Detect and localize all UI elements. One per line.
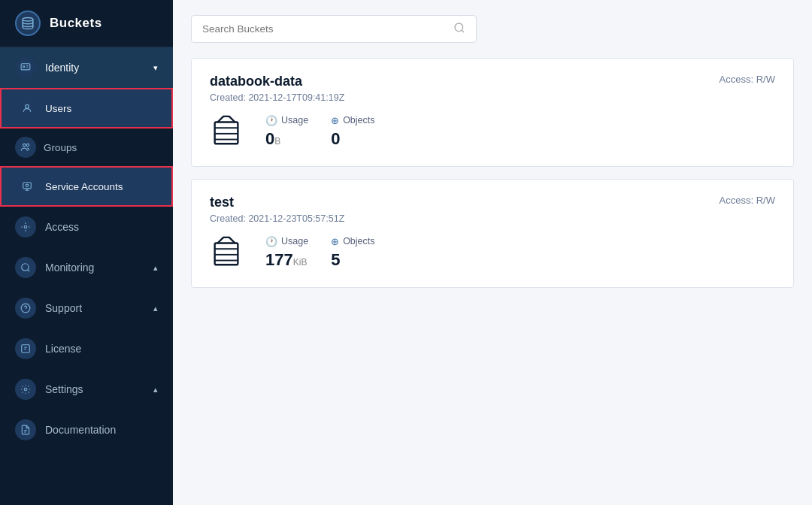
objects-value-1: 5 <box>331 250 374 270</box>
bucket-card-1: test Created: 2021-12-23T05:57:51Z Acces… <box>191 179 794 288</box>
sidebar: Buckets Identity ▾ Users <box>0 0 173 505</box>
sidebar-item-users[interactable]: Users <box>0 88 173 129</box>
bucket-usage-1: 🕐 Usage 177KiB <box>265 236 308 270</box>
svg-rect-17 <box>215 243 238 265</box>
sidebar-item-documentation[interactable]: Documentation <box>0 410 173 450</box>
svg-rect-6 <box>23 183 32 189</box>
user-icon <box>17 98 38 119</box>
svg-point-8 <box>24 225 27 228</box>
sidebar-item-settings-label: Settings <box>45 383 83 395</box>
monitoring-chevron-icon: ▴ <box>153 263 158 273</box>
sidebar-logo-label: Buckets <box>50 16 102 31</box>
license-icon <box>15 338 36 359</box>
sidebar-item-service-accounts-label: Service Accounts <box>45 181 123 192</box>
objects-icon-0: ⊕ <box>331 115 339 126</box>
bucket-created-1: Created: 2021-12-23T05:57:51Z <box>210 213 344 224</box>
bucket-objects-1: ⊕ Objects 5 <box>331 236 374 270</box>
svg-point-7 <box>26 184 29 187</box>
groups-icon <box>15 137 36 158</box>
support-icon <box>15 298 36 319</box>
objects-label-1: ⊕ Objects <box>331 236 374 247</box>
sidebar-item-identity[interactable]: Identity ▾ <box>0 47 173 88</box>
bucket-created-0: Created: 2021-12-17T09:41:19Z <box>210 92 344 103</box>
objects-value-0: 0 <box>331 129 374 149</box>
bucket-name-1: test <box>210 195 344 210</box>
sidebar-logo[interactable]: Buckets <box>0 0 173 47</box>
bucket-stats-0: 🕐 Usage 0B ⊕ Objects 0 <box>210 113 775 150</box>
sidebar-item-service-accounts[interactable]: Service Accounts <box>0 166 173 207</box>
sidebar-item-users-label: Users <box>45 103 71 114</box>
bucket-name-0: databook-data <box>210 74 344 89</box>
sidebar-item-license[interactable]: License <box>0 328 173 369</box>
svg-point-15 <box>455 23 463 32</box>
settings-icon <box>15 379 36 400</box>
main-content: databook-data Created: 2021-12-17T09:41:… <box>173 0 812 505</box>
svg-point-12 <box>24 388 27 391</box>
usage-icon-0: 🕐 <box>265 115 277 126</box>
sidebar-item-groups[interactable]: Groups <box>0 129 173 166</box>
usage-label-1: 🕐 Usage <box>265 236 308 247</box>
monitoring-icon <box>15 257 36 278</box>
sidebar-item-identity-label: Identity <box>45 62 79 74</box>
bucket-stats-1: 🕐 Usage 177KiB ⊕ Objects 5 <box>210 234 775 271</box>
svg-point-0 <box>23 18 33 22</box>
access-icon <box>15 216 36 237</box>
bucket-card-1-header: test Created: 2021-12-23T05:57:51Z Acces… <box>210 195 775 224</box>
sidebar-item-access-label: Access <box>45 221 79 233</box>
svg-point-5 <box>26 144 29 147</box>
svg-point-9 <box>22 264 29 271</box>
sidebar-item-access[interactable]: Access <box>0 207 173 247</box>
documentation-icon <box>15 419 36 440</box>
sidebar-item-license-label: License <box>45 343 81 355</box>
bucket-card-0: databook-data Created: 2021-12-17T09:41:… <box>191 58 794 167</box>
bucket-usage-0: 🕐 Usage 0B <box>265 115 308 149</box>
svg-point-2 <box>23 66 25 68</box>
sidebar-item-support[interactable]: Support ▴ <box>0 288 173 328</box>
bucket-objects-0: ⊕ Objects 0 <box>331 115 374 149</box>
bucket-card-1-info: test Created: 2021-12-23T05:57:51Z <box>210 195 344 224</box>
bucket-icon-0 <box>210 113 243 150</box>
objects-icon-1: ⊕ <box>331 236 339 247</box>
usage-value-1: 177KiB <box>265 250 308 270</box>
logo-icon <box>15 11 41 36</box>
sidebar-item-monitoring-label: Monitoring <box>45 262 94 274</box>
service-accounts-icon <box>17 176 38 197</box>
bucket-card-0-header: databook-data Created: 2021-12-17T09:41:… <box>210 74 775 103</box>
search-input[interactable] <box>202 23 453 35</box>
search-bar[interactable] <box>191 15 477 43</box>
usage-icon-1: 🕐 <box>265 236 277 247</box>
usage-label-0: 🕐 Usage <box>265 115 308 126</box>
sidebar-item-monitoring[interactable]: Monitoring ▴ <box>0 247 173 288</box>
search-icon <box>453 22 465 36</box>
objects-label-0: ⊕ Objects <box>331 115 374 126</box>
bucket-access-0: Access: R/W <box>720 74 775 85</box>
svg-point-3 <box>26 104 29 108</box>
svg-rect-1 <box>21 64 30 70</box>
usage-value-0: 0B <box>265 129 308 149</box>
bucket-icon-1 <box>210 234 243 271</box>
sidebar-item-groups-label: Groups <box>44 142 77 153</box>
identity-icon <box>15 57 36 78</box>
sidebar-item-documentation-label: Documentation <box>45 424 116 436</box>
svg-point-4 <box>23 144 26 147</box>
bucket-access-1: Access: R/W <box>720 195 775 206</box>
sidebar-item-support-label: Support <box>45 302 82 314</box>
sidebar-item-settings[interactable]: Settings ▴ <box>0 369 173 410</box>
settings-chevron-icon: ▴ <box>153 385 158 395</box>
support-chevron-icon: ▴ <box>153 304 158 313</box>
identity-chevron-icon: ▾ <box>153 63 158 73</box>
bucket-card-0-info: databook-data Created: 2021-12-17T09:41:… <box>210 74 344 103</box>
